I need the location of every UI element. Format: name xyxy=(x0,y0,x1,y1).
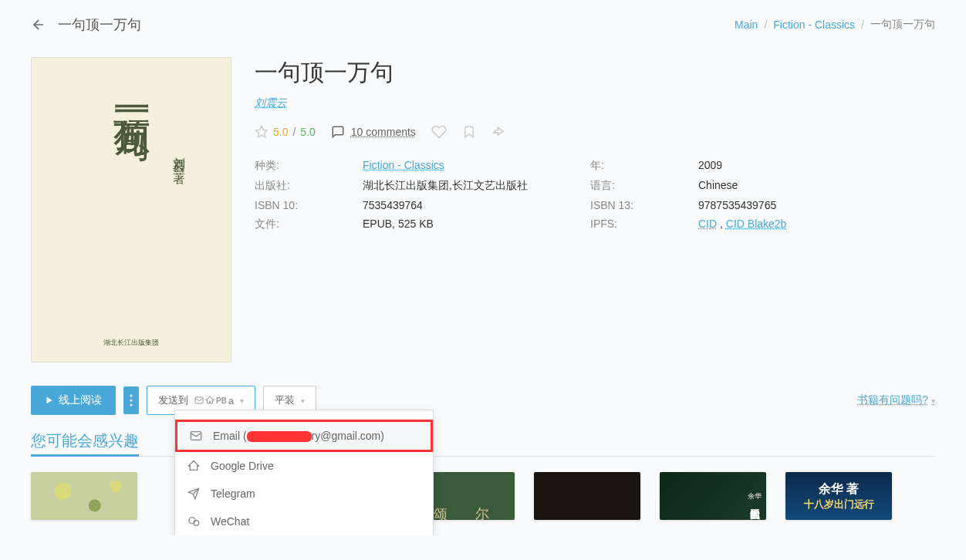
send-to-label: 发送到 xyxy=(158,393,188,407)
rating[interactable]: 5.0 / 5.0 xyxy=(255,125,316,139)
gdrive-icon xyxy=(187,460,200,472)
mail-icon xyxy=(190,430,202,442)
recommendations-divider xyxy=(31,456,935,457)
play-icon xyxy=(45,396,54,405)
read-online-label: 线上阅读 xyxy=(59,393,102,407)
ipfs-cid-link[interactable]: CID xyxy=(698,218,717,230)
prop-label: 文件: xyxy=(255,218,347,231)
details: 一句顶一万句 刘震云 5.0 / 5.0 10 comments xyxy=(255,57,935,363)
recommendations: 您可能会感兴趣 颂 尔 余华 我们生活 巨大的 余华 著 十八岁出门远行 xyxy=(31,430,935,520)
bookmark-icon[interactable] xyxy=(462,125,476,139)
book-title: 一句顶一万句 xyxy=(255,57,935,89)
recommendations-title: 您可能会感兴趣 xyxy=(31,430,139,457)
comments[interactable]: 10 comments xyxy=(331,125,416,139)
header-left: 一句顶一万句 xyxy=(31,15,141,34)
svg-marker-0 xyxy=(256,127,268,137)
meta-row: 5.0 / 5.0 10 comments xyxy=(255,124,935,140)
breadcrumb-sep: / xyxy=(861,19,864,31)
dropdown-item-wechat[interactable]: WeChat xyxy=(175,508,433,535)
more-button[interactable] xyxy=(123,386,139,414)
svg-point-7 xyxy=(189,518,195,524)
prop-label: 出版社: xyxy=(255,179,347,193)
isbn10-value: 7535439764 xyxy=(363,199,575,211)
recommendation-card[interactable] xyxy=(534,472,640,520)
send-to-mini-icons: PB a xyxy=(194,395,234,407)
breadcrumb: Main / Fiction - Classics / 一句顶一万句 xyxy=(735,18,935,32)
prop-label: ISBN 13: xyxy=(590,199,683,211)
binding-label: 平装 xyxy=(275,393,295,407)
prop-label: 年: xyxy=(590,159,683,173)
header: 一句顶一万句 Main / Fiction - Classics / 一句顶一万… xyxy=(31,15,935,34)
book-cover[interactable]: 一句顶一万句 刘震云 著 湖北长江出版集团 xyxy=(31,57,231,363)
star-icon xyxy=(255,125,269,139)
language-value: Chinese xyxy=(698,179,910,193)
rating-user: 5.0 xyxy=(273,126,288,138)
cover-vertical-title: 一句顶一万句 xyxy=(113,89,151,98)
comment-icon xyxy=(331,125,345,139)
dropdown-item-telegram[interactable]: Telegram xyxy=(175,480,433,508)
breadcrumb-sep: / xyxy=(764,19,767,31)
dropdown-item-email[interactable]: Email (ry@gmail.com) xyxy=(177,422,431,450)
svg-point-2 xyxy=(130,395,133,397)
chevron-down-icon: ▾ xyxy=(240,396,244,405)
ipfs-blake-link[interactable]: CID Blake2b xyxy=(726,218,787,230)
prop-label: 种类: xyxy=(255,159,347,173)
properties-grid: 种类: Fiction - Classics 年: 2009 出版社: 湖北长江… xyxy=(255,159,910,231)
svg-marker-1 xyxy=(47,397,52,404)
recommendation-card[interactable]: 余华 著 十八岁出门远行 xyxy=(785,472,892,520)
chevron-down-icon: ▾ xyxy=(931,396,935,405)
read-online-button[interactable]: 线上阅读 xyxy=(31,386,116,415)
report-link[interactable]: 书籍有问题吗? ▾ xyxy=(857,393,935,407)
share-icon[interactable] xyxy=(491,124,507,140)
page-title: 一句顶一万句 xyxy=(58,15,141,34)
svg-point-4 xyxy=(130,404,133,407)
gdrive-label: Google Drive xyxy=(211,460,274,472)
send-to-dropdown: Email (ry@gmail.com) Google Drive Telegr… xyxy=(174,410,434,535)
breadcrumb-category[interactable]: Fiction - Classics xyxy=(773,19,855,31)
comments-link[interactable]: 10 comments xyxy=(351,126,416,138)
cover-publisher: 湖北长江出版集团 xyxy=(32,338,231,348)
telegram-icon xyxy=(187,487,200,500)
email-highlight-box: Email (ry@gmail.com) xyxy=(175,420,433,452)
telegram-label: Telegram xyxy=(211,487,255,500)
cover-author: 刘震云 著 xyxy=(171,147,187,165)
rating-global: 5.0 xyxy=(300,126,315,138)
ipfs-sep: , xyxy=(720,218,723,230)
content: 一句顶一万句 刘震云 著 湖北长江出版集团 一句顶一万句 刘震云 5.0 / 5… xyxy=(31,57,935,363)
wechat-icon xyxy=(187,515,200,528)
recommendation-card[interactable] xyxy=(31,472,137,520)
dropdown-item-gdrive[interactable]: Google Drive xyxy=(175,452,433,480)
rating-sep: / xyxy=(292,126,296,138)
svg-point-3 xyxy=(130,400,133,402)
chevron-down-icon: ▾ xyxy=(301,396,305,405)
prop-label: ISBN 10: xyxy=(255,199,347,211)
breadcrumb-current: 一句顶一万句 xyxy=(870,18,935,32)
author-link[interactable]: 刘震云 xyxy=(255,96,287,110)
prop-label: IPFS: xyxy=(590,218,683,231)
heart-icon[interactable] xyxy=(431,124,447,140)
prop-label: 语言: xyxy=(590,179,683,193)
actions-row: 线上阅读 发送到 PB a ▾ 平装 ▾ 书籍有问题吗? ▾ xyxy=(31,386,935,415)
dropdown-top-strip xyxy=(175,410,433,420)
ipfs-value: CID , CID Blake2b xyxy=(698,218,910,231)
wechat-label: WeChat xyxy=(211,515,249,528)
recommendations-row: 颂 尔 余华 我们生活 巨大的 余华 著 十八岁出门远行 xyxy=(31,472,935,520)
breadcrumb-main[interactable]: Main xyxy=(735,19,758,31)
isbn13-value: 9787535439765 xyxy=(698,199,910,211)
back-arrow-icon[interactable] xyxy=(31,17,46,32)
file-value: EPUB, 525 KB xyxy=(363,218,575,231)
publisher-value: 湖北长江出版集团,长江文艺出版社 xyxy=(363,179,575,193)
category-link[interactable]: Fiction - Classics xyxy=(363,159,575,173)
email-text: Email (ry@gmail.com) xyxy=(213,430,384,442)
year-value: 2009 xyxy=(698,159,910,173)
recommendation-card[interactable]: 余华 我们生活 巨大的 xyxy=(660,472,766,520)
redacted-email xyxy=(247,431,312,442)
report-label: 书籍有问题吗? xyxy=(857,393,928,407)
